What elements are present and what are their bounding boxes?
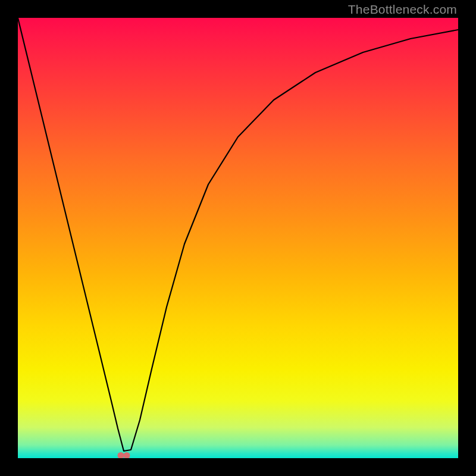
chart-svg (18, 18, 458, 458)
plot-area (18, 18, 458, 458)
min-dot-1 (118, 452, 124, 458)
chart-frame: TheBottleneck.com (0, 0, 476, 476)
watermark-text: TheBottleneck.com (348, 2, 457, 17)
min-dot-2 (124, 452, 130, 458)
curve-path (18, 18, 458, 451)
markers-group (118, 452, 130, 458)
